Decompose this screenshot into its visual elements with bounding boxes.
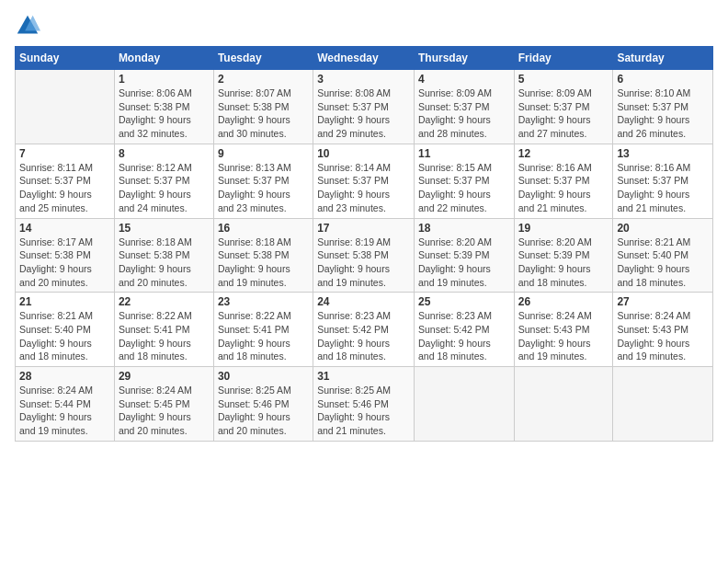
calendar-cell: 2Sunrise: 8:07 AM Sunset: 5:38 PM Daylig…	[213, 70, 313, 144]
day-number: 20	[617, 222, 709, 235]
calendar-cell: 26Sunrise: 8:24 AM Sunset: 5:43 PM Dayli…	[514, 293, 613, 367]
day-info: Sunrise: 8:24 AM Sunset: 5:43 PM Dayligh…	[617, 309, 709, 363]
weekday-header-tuesday: Tuesday	[213, 47, 313, 70]
calendar-cell: 27Sunrise: 8:24 AM Sunset: 5:43 PM Dayli…	[613, 293, 713, 367]
weekday-header-thursday: Thursday	[414, 47, 514, 70]
day-number: 10	[317, 147, 410, 160]
day-info: Sunrise: 8:14 AM Sunset: 5:37 PM Dayligh…	[317, 161, 410, 215]
day-info: Sunrise: 8:21 AM Sunset: 5:40 PM Dayligh…	[19, 309, 110, 363]
calendar-cell: 5Sunrise: 8:09 AM Sunset: 5:37 PM Daylig…	[514, 70, 613, 144]
calendar-cell: 22Sunrise: 8:22 AM Sunset: 5:41 PM Dayli…	[114, 293, 213, 367]
weekday-header-saturday: Saturday	[613, 47, 713, 70]
page-container: SundayMondayTuesdayWednesdayThursdayFrid…	[0, 0, 728, 451]
calendar-cell	[514, 367, 613, 442]
calendar-cell: 4Sunrise: 8:09 AM Sunset: 5:37 PM Daylig…	[414, 70, 514, 144]
day-info: Sunrise: 8:18 AM Sunset: 5:38 PM Dayligh…	[218, 236, 309, 290]
day-info: Sunrise: 8:25 AM Sunset: 5:46 PM Dayligh…	[317, 384, 410, 438]
day-info: Sunrise: 8:15 AM Sunset: 5:37 PM Dayligh…	[418, 161, 510, 215]
day-info: Sunrise: 8:24 AM Sunset: 5:44 PM Dayligh…	[19, 384, 110, 438]
day-number: 2	[218, 73, 309, 86]
calendar-cell: 8Sunrise: 8:12 AM Sunset: 5:37 PM Daylig…	[114, 144, 213, 218]
weekday-header-monday: Monday	[114, 47, 213, 70]
calendar-cell: 31Sunrise: 8:25 AM Sunset: 5:46 PM Dayli…	[313, 367, 415, 442]
day-info: Sunrise: 8:12 AM Sunset: 5:37 PM Dayligh…	[119, 161, 210, 215]
calendar-cell: 16Sunrise: 8:18 AM Sunset: 5:38 PM Dayli…	[213, 218, 313, 293]
calendar-cell: 12Sunrise: 8:16 AM Sunset: 5:37 PM Dayli…	[514, 144, 613, 218]
day-info: Sunrise: 8:08 AM Sunset: 5:37 PM Dayligh…	[317, 86, 410, 141]
day-number: 24	[317, 295, 410, 308]
day-info: Sunrise: 8:24 AM Sunset: 5:43 PM Dayligh…	[518, 309, 609, 363]
day-info: Sunrise: 8:06 AM Sunset: 5:38 PM Dayligh…	[119, 86, 210, 141]
calendar-cell	[414, 367, 514, 442]
day-number: 11	[418, 147, 510, 160]
day-info: Sunrise: 8:09 AM Sunset: 5:37 PM Dayligh…	[418, 86, 510, 141]
day-number: 18	[418, 222, 510, 235]
day-info: Sunrise: 8:19 AM Sunset: 5:38 PM Dayligh…	[317, 236, 410, 290]
calendar-cell: 9Sunrise: 8:13 AM Sunset: 5:37 PM Daylig…	[213, 144, 313, 218]
calendar-cell: 17Sunrise: 8:19 AM Sunset: 5:38 PM Dayli…	[313, 218, 415, 293]
calendar-cell	[613, 367, 713, 442]
day-number: 26	[518, 295, 609, 308]
day-info: Sunrise: 8:09 AM Sunset: 5:37 PM Dayligh…	[518, 86, 609, 141]
calendar-cell: 21Sunrise: 8:21 AM Sunset: 5:40 PM Dayli…	[16, 293, 115, 367]
day-number: 6	[617, 73, 709, 86]
calendar-week-3: 14Sunrise: 8:17 AM Sunset: 5:38 PM Dayli…	[16, 218, 713, 293]
header	[15, 9, 713, 39]
weekday-header-row: SundayMondayTuesdayWednesdayThursdayFrid…	[16, 47, 713, 70]
day-number: 21	[19, 295, 110, 308]
calendar-cell: 24Sunrise: 8:23 AM Sunset: 5:42 PM Dayli…	[313, 293, 415, 367]
day-number: 9	[218, 147, 309, 160]
calendar-cell: 7Sunrise: 8:11 AM Sunset: 5:37 PM Daylig…	[16, 144, 115, 218]
day-number: 15	[119, 222, 210, 235]
day-number: 30	[218, 370, 309, 383]
day-number: 13	[617, 147, 709, 160]
weekday-header-friday: Friday	[514, 47, 613, 70]
calendar-cell: 20Sunrise: 8:21 AM Sunset: 5:40 PM Dayli…	[613, 218, 713, 293]
day-info: Sunrise: 8:24 AM Sunset: 5:45 PM Dayligh…	[119, 384, 210, 438]
day-number: 25	[418, 295, 510, 308]
day-number: 8	[119, 147, 210, 160]
day-number: 29	[119, 370, 210, 383]
calendar-cell: 11Sunrise: 8:15 AM Sunset: 5:37 PM Dayli…	[414, 144, 514, 218]
calendar-cell: 29Sunrise: 8:24 AM Sunset: 5:45 PM Dayli…	[114, 367, 213, 442]
calendar-cell	[16, 70, 115, 144]
calendar-cell: 30Sunrise: 8:25 AM Sunset: 5:46 PM Dayli…	[213, 367, 313, 442]
day-info: Sunrise: 8:17 AM Sunset: 5:38 PM Dayligh…	[19, 236, 110, 290]
calendar-cell: 13Sunrise: 8:16 AM Sunset: 5:37 PM Dayli…	[613, 144, 713, 218]
calendar-table: SundayMondayTuesdayWednesdayThursdayFrid…	[15, 46, 713, 442]
calendar-cell: 3Sunrise: 8:08 AM Sunset: 5:37 PM Daylig…	[313, 70, 415, 144]
calendar-cell: 15Sunrise: 8:18 AM Sunset: 5:38 PM Dayli…	[114, 218, 213, 293]
calendar-cell: 28Sunrise: 8:24 AM Sunset: 5:44 PM Dayli…	[16, 367, 115, 442]
day-info: Sunrise: 8:21 AM Sunset: 5:40 PM Dayligh…	[617, 236, 709, 290]
calendar-cell: 23Sunrise: 8:22 AM Sunset: 5:41 PM Dayli…	[213, 293, 313, 367]
logo	[15, 13, 44, 39]
day-number: 31	[317, 370, 410, 383]
day-number: 16	[218, 222, 309, 235]
day-info: Sunrise: 8:23 AM Sunset: 5:42 PM Dayligh…	[317, 309, 410, 363]
day-number: 17	[317, 222, 410, 235]
day-info: Sunrise: 8:20 AM Sunset: 5:39 PM Dayligh…	[418, 236, 510, 290]
logo-icon	[15, 13, 40, 39]
day-info: Sunrise: 8:16 AM Sunset: 5:37 PM Dayligh…	[518, 161, 609, 215]
calendar-week-1: 1Sunrise: 8:06 AM Sunset: 5:38 PM Daylig…	[16, 70, 713, 144]
day-number: 19	[518, 222, 609, 235]
calendar-week-4: 21Sunrise: 8:21 AM Sunset: 5:40 PM Dayli…	[16, 293, 713, 367]
day-info: Sunrise: 8:20 AM Sunset: 5:39 PM Dayligh…	[518, 236, 609, 290]
day-info: Sunrise: 8:23 AM Sunset: 5:42 PM Dayligh…	[418, 309, 510, 363]
day-number: 7	[19, 147, 110, 160]
day-info: Sunrise: 8:10 AM Sunset: 5:37 PM Dayligh…	[617, 86, 709, 141]
day-number: 3	[317, 73, 410, 86]
day-info: Sunrise: 8:07 AM Sunset: 5:38 PM Dayligh…	[218, 86, 309, 141]
day-number: 4	[418, 73, 510, 86]
day-number: 1	[119, 73, 210, 86]
weekday-header-sunday: Sunday	[16, 47, 115, 70]
day-number: 28	[19, 370, 110, 383]
calendar-cell: 18Sunrise: 8:20 AM Sunset: 5:39 PM Dayli…	[414, 218, 514, 293]
day-number: 22	[119, 295, 210, 308]
calendar-cell: 6Sunrise: 8:10 AM Sunset: 5:37 PM Daylig…	[613, 70, 713, 144]
calendar-cell: 19Sunrise: 8:20 AM Sunset: 5:39 PM Dayli…	[514, 218, 613, 293]
calendar-week-5: 28Sunrise: 8:24 AM Sunset: 5:44 PM Dayli…	[16, 367, 713, 442]
day-info: Sunrise: 8:13 AM Sunset: 5:37 PM Dayligh…	[218, 161, 309, 215]
weekday-header-wednesday: Wednesday	[313, 47, 415, 70]
day-info: Sunrise: 8:25 AM Sunset: 5:46 PM Dayligh…	[218, 384, 309, 438]
